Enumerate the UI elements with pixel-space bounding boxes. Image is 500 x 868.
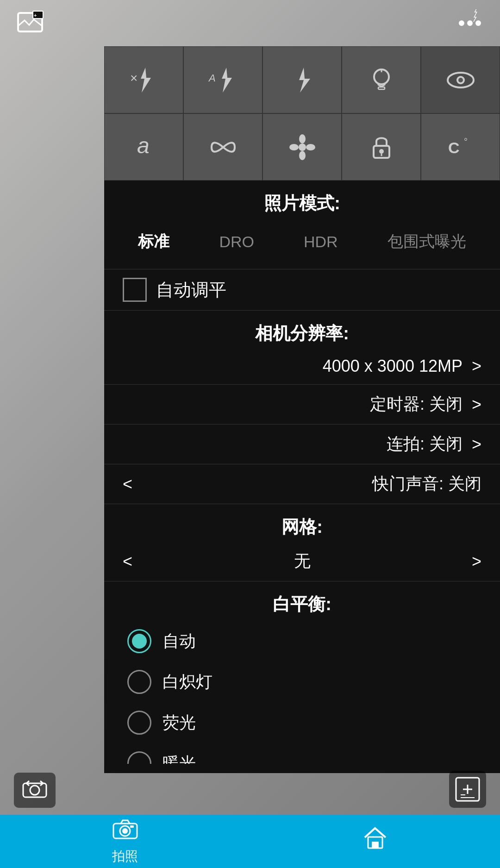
grid-left-arrow[interactable]: < [123,552,132,571]
timer-arrow: > [472,395,481,414]
grid-value: 无 [294,550,311,573]
wb-fluorescent-label: 荧光 [162,712,196,734]
svg-text:A: A [208,72,216,84]
svg-point-6 [475,20,481,26]
auto-mode-button[interactable]: a [104,113,183,181]
auto-level-row: 自动调平 [104,271,500,308]
flash-off-button[interactable]: × [104,46,183,113]
svg-point-22 [379,149,384,154]
icon-row-2: a [104,113,500,181]
settings-panel: × A [104,46,500,773]
infinity-button[interactable] [183,113,262,181]
svg-rect-40 [372,842,379,848]
flash-on-button[interactable] [262,46,342,113]
custom-button[interactable]: C ° [421,113,500,181]
wb-incandescent-radio[interactable] [127,670,151,694]
bottom-nav-bar: 拍照 [0,815,500,868]
macro-button[interactable] [262,113,342,181]
photo-mode-title: 照片模式: [104,181,500,223]
nav-camera[interactable]: 拍照 [112,818,138,865]
mode-dro[interactable]: DRO [210,229,263,255]
grid-right-arrow[interactable]: > [472,552,481,571]
resolution-arrow: > [472,356,481,376]
mode-bracket[interactable]: 包围式曝光 [378,227,475,256]
wb-fluorescent-radio[interactable] [127,711,151,735]
svg-point-19 [289,144,299,150]
svg-point-29 [30,786,39,795]
wb-warmlight-row[interactable]: 暖光 [104,743,500,764]
mode-standard[interactable]: 标准 [129,227,179,256]
grid-title: 网格: [104,506,500,543]
auto-level-label: 自动调平 [156,278,226,302]
mode-hdr[interactable]: HDR [294,229,347,255]
auto-level-checkbox[interactable] [123,278,147,302]
svg-rect-38 [130,825,134,828]
exposure-button[interactable] [449,771,486,808]
wb-incandescent-row[interactable]: 白炽灯 [104,662,500,702]
svg-rect-10 [378,87,385,89]
svg-text:a: a [137,133,150,158]
photo-edit-button[interactable]: + [14,7,46,39]
icon-row-1: × A [104,46,500,113]
svg-point-17 [299,134,306,144]
burst-arrow: > [472,435,481,454]
photo-mode-row: 标准 DRO HDR 包围式曝光 [104,223,500,267]
wb-auto-row[interactable]: 自动 [104,621,500,662]
burst-label: 连拍: 关闭 [387,433,462,456]
light-bulb-button[interactable] [342,46,421,113]
wb-auto-radio-inner [132,634,147,649]
resolution-row[interactable]: 4000 x 3000 12MP > [104,350,500,382]
eye-button[interactable] [421,46,500,113]
svg-point-14 [458,78,463,82]
resolution-value: 4000 x 3000 12MP [323,356,462,376]
svg-text:C: C [448,139,460,156]
timer-label: 定时器: 关闭 [370,393,462,416]
lock-button[interactable] [342,113,421,181]
wb-warmlight-label: 暖光 [162,752,196,764]
wb-fluorescent-row[interactable]: 荧光 [104,702,500,743]
top-bar: + [0,0,500,46]
icon-grid: × A [104,46,500,181]
shutter-left-arrow[interactable]: < [123,475,132,494]
svg-point-18 [299,151,306,160]
burst-row[interactable]: 连拍: 关闭 > [104,426,500,462]
more-options-button[interactable] [454,7,486,39]
wb-title: 白平衡: [104,583,500,621]
shutter-row[interactable]: < 快门声音: 关闭 [104,466,500,502]
wb-incandescent-label: 白炽灯 [162,671,212,693]
resolution-title: 相机分辨率: [104,312,500,350]
svg-point-4 [459,20,464,26]
svg-text:×: × [130,71,138,85]
nav-home[interactable] [362,826,388,857]
svg-point-16 [299,144,306,151]
flash-auto-button[interactable]: A [183,46,262,113]
svg-text:°: ° [464,137,468,147]
grid-nav-row: < 无 > [104,543,500,579]
wb-auto-radio[interactable] [127,629,151,653]
swap-camera-button[interactable] [14,773,56,808]
svg-point-20 [306,144,315,150]
timer-row[interactable]: 定时器: 关闭 > [104,387,500,422]
camera-label: 拍照 [112,848,138,865]
svg-point-37 [122,828,128,834]
svg-point-5 [467,20,473,26]
svg-text:+: + [34,12,37,18]
camera-icon [112,818,138,846]
home-icon [362,826,388,856]
wb-auto-label: 自动 [162,630,196,653]
wb-warmlight-radio[interactable] [127,751,151,764]
shutter-label: 快门声音: 关闭 [372,473,481,495]
